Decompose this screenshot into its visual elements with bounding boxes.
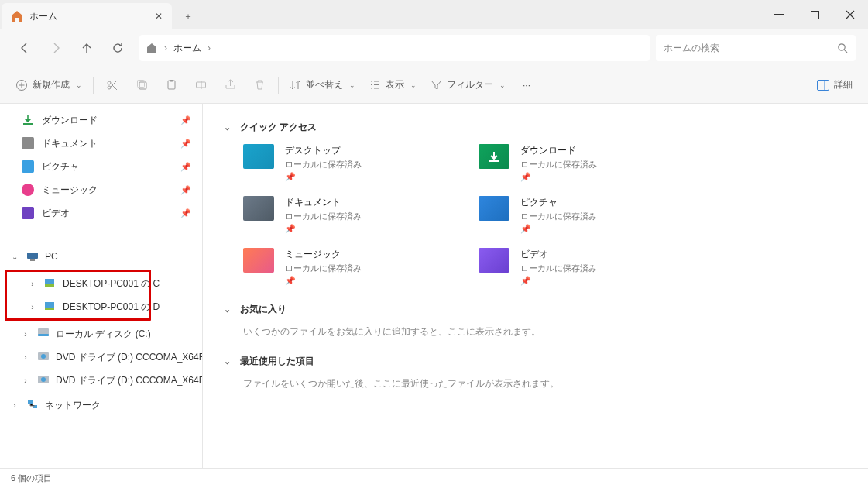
details-pane-button[interactable]: 詳細 (811, 72, 859, 98)
delete-button[interactable] (245, 72, 273, 98)
sidebar-item-downloads[interactable]: ダウンロード 📌 (0, 108, 202, 132)
collapse-icon[interactable]: ⌄ (221, 122, 232, 132)
breadcrumb-segment[interactable]: ホーム (173, 42, 201, 55)
svg-rect-6 (137, 81, 144, 88)
cut-button[interactable] (98, 72, 126, 98)
item-subtitle: ローカルに保存済み (520, 211, 597, 222)
separator (93, 77, 94, 94)
rename-button[interactable] (187, 72, 214, 98)
collapse-icon[interactable]: ⌄ (221, 304, 232, 314)
svg-rect-15 (30, 259, 35, 261)
home-icon (11, 10, 23, 22)
quick-access-documents[interactable]: ドキュメント ローカルに保存済み 📌 (243, 196, 460, 234)
close-window-button[interactable] (832, 0, 868, 29)
expand-icon[interactable]: › (27, 280, 38, 288)
content-area[interactable]: ⌄ クイック アクセス デスクトップ ローカルに保存済み 📌 ダウンロード ロー… (203, 104, 868, 468)
folder-icon (479, 196, 509, 221)
maximize-button[interactable] (797, 0, 832, 29)
more-button[interactable]: ··· (513, 72, 540, 98)
back-button[interactable] (12, 36, 37, 60)
ellipsis-icon: ··· (523, 80, 530, 91)
svg-point-23 (41, 354, 46, 359)
new-tab-button[interactable]: ＋ (175, 3, 201, 29)
share-button[interactable] (216, 72, 244, 98)
sidebar-item-label: ダウンロード (42, 114, 98, 127)
section-recent[interactable]: ⌄ 最近使用した項目 (221, 352, 849, 370)
expand-icon[interactable]: › (20, 376, 31, 385)
sidebar-item-dvd-drive-2[interactable]: › DVD ドライブ (D:) CCCOMA_X64FRE_JA- (0, 369, 202, 392)
section-favorites[interactable]: ⌄ お気に入り (221, 300, 849, 318)
chevron-down-icon: ⌄ (410, 81, 417, 89)
minimize-button[interactable] (761, 0, 797, 29)
network-icon (26, 399, 39, 411)
dvd-icon (37, 351, 50, 363)
svg-rect-8 (170, 80, 173, 82)
section-quick-access[interactable]: ⌄ クイック アクセス (221, 118, 849, 136)
sidebar-item-label: ビデオ (42, 207, 70, 220)
rename-icon (195, 79, 207, 91)
dvd-icon (37, 374, 50, 387)
sidebar-item-network[interactable]: › ネットワーク (0, 393, 202, 417)
sidebar-item-pictures[interactable]: ピクチャ 📌 (0, 155, 202, 178)
tab-close-button[interactable]: ✕ (155, 11, 163, 22)
quick-access-desktop[interactable]: デスクトップ ローカルに保存済み 📌 (243, 144, 460, 182)
svg-rect-11 (818, 80, 829, 90)
chevron-down-icon: ⌄ (499, 81, 506, 89)
quick-access-music[interactable]: ミュージック ローカルに保存済み 📌 (243, 248, 460, 286)
new-label: 新規作成 (33, 78, 70, 91)
svg-rect-7 (168, 81, 175, 89)
trash-icon (254, 79, 266, 91)
quick-access-videos[interactable]: ビデオ ローカルに保存済み 📌 (479, 248, 695, 286)
expand-icon[interactable]: › (9, 401, 20, 410)
collapse-icon[interactable]: ⌄ (9, 253, 20, 261)
sidebar-item-local-disk-c[interactable]: › ローカル ディスク (C:) (0, 322, 202, 345)
sidebar-item-label: DESKTOP-PC001 の C (63, 277, 160, 290)
sort-label: 並べ替え (306, 78, 343, 91)
chevron-down-icon: ⌄ (76, 81, 82, 89)
tab-title: ホーム (29, 10, 57, 23)
item-title: デスクトップ (285, 144, 362, 157)
paste-button[interactable] (157, 72, 185, 98)
svg-rect-14 (27, 253, 38, 259)
expand-icon[interactable]: › (20, 353, 31, 362)
separator (278, 77, 279, 94)
sidebar-item-documents[interactable]: ドキュメント 📌 (0, 132, 202, 155)
sort-button[interactable]: 並べ替え ⌄ (283, 72, 362, 98)
sidebar-item-dvd-drive-1[interactable]: › DVD ドライブ (D:) CCCOMA_X64FRE_JA (0, 345, 202, 369)
sidebar-item-pc[interactable]: ⌄ PC (0, 245, 202, 268)
sidebar-item-videos[interactable]: ビデオ 📌 (0, 201, 202, 225)
sidebar-item-remote-drive-d[interactable]: › DESKTOP-PC001 の D (7, 295, 149, 318)
item-subtitle: ローカルに保存済み (285, 263, 362, 274)
copy-button[interactable] (128, 72, 156, 98)
search-input[interactable]: ホームの検索 (656, 35, 856, 61)
address-bar[interactable]: › ホーム › (139, 35, 650, 61)
up-button[interactable] (74, 36, 99, 60)
view-button[interactable]: 表示 ⌄ (363, 72, 423, 98)
refresh-button[interactable] (105, 36, 130, 60)
home-icon (146, 42, 158, 54)
new-button[interactable]: 新規作成 ⌄ (9, 72, 88, 98)
forward-button[interactable] (43, 36, 68, 60)
navigation-pane[interactable]: ダウンロード 📌 ドキュメント 📌 ピクチャ 📌 ミュージック 📌 ビデオ 📌 … (0, 104, 203, 468)
tab-home[interactable]: ホーム ✕ (2, 3, 172, 29)
section-title: 最近使用した項目 (240, 355, 314, 368)
quick-access-downloads[interactable]: ダウンロード ローカルに保存済み 📌 (479, 144, 695, 182)
sidebar-item-music[interactable]: ミュージック 📌 (0, 178, 202, 201)
filter-button[interactable]: フィルター ⌄ (424, 72, 512, 98)
picture-icon (22, 160, 34, 173)
pc-icon (26, 250, 39, 263)
svg-line-3 (844, 50, 847, 53)
sidebar-item-remote-drive-c[interactable]: › DESKTOP-PC001 の C (7, 272, 149, 295)
details-label: 詳細 (834, 78, 853, 91)
pin-icon: 📌 (180, 162, 191, 172)
sidebar-item-label: ピクチャ (42, 160, 79, 174)
collapse-icon[interactable]: ⌄ (221, 356, 232, 366)
quick-access-pictures[interactable]: ピクチャ ローカルに保存済み 📌 (479, 196, 695, 234)
svg-rect-18 (45, 302, 54, 308)
expand-icon[interactable]: › (27, 303, 38, 311)
expand-icon[interactable]: › (20, 330, 31, 339)
section-title: クイック アクセス (240, 121, 317, 134)
svg-rect-21 (38, 334, 49, 336)
svg-rect-5 (139, 82, 146, 89)
folder-icon (243, 196, 274, 221)
